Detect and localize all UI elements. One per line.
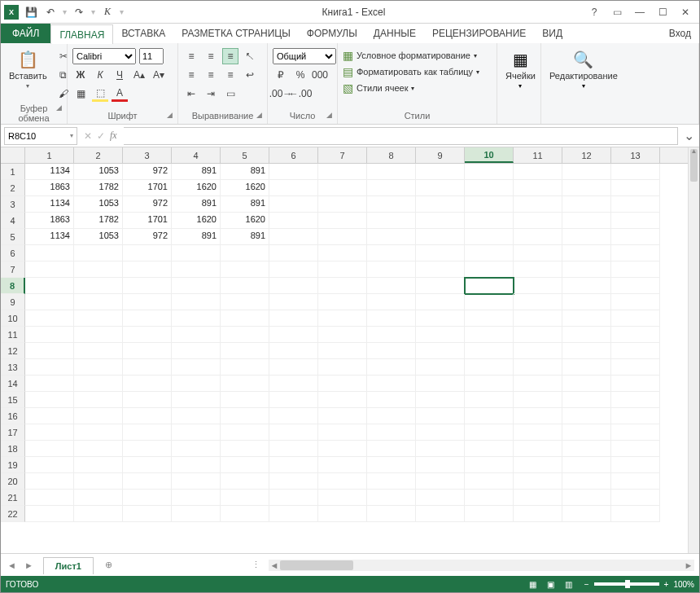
cell[interactable] <box>318 424 367 441</box>
cell[interactable] <box>172 424 221 441</box>
cell[interactable]: 1053 <box>74 196 123 213</box>
cell[interactable] <box>562 327 611 343</box>
cell[interactable] <box>367 473 416 490</box>
cell[interactable] <box>25 327 74 343</box>
cell[interactable] <box>172 490 221 506</box>
sign-in-link[interactable]: Вход <box>661 24 699 43</box>
cell[interactable] <box>562 457 611 473</box>
cell[interactable] <box>611 392 660 408</box>
cell[interactable] <box>367 457 416 473</box>
cell[interactable] <box>221 376 269 392</box>
font-size-input[interactable] <box>139 48 164 64</box>
cells-button[interactable]: ▦Ячейки▾ <box>502 48 539 91</box>
cell[interactable] <box>25 408 74 424</box>
cell[interactable] <box>74 392 123 408</box>
cell[interactable] <box>269 261 318 278</box>
redo-icon[interactable]: ↷ <box>72 5 86 20</box>
cell[interactable] <box>611 359 660 376</box>
cell[interactable] <box>221 245 269 261</box>
cell[interactable]: 891 <box>172 196 221 213</box>
column-header[interactable]: 8 <box>367 147 416 163</box>
zoom-slider[interactable] <box>594 582 659 586</box>
cell[interactable] <box>318 441 367 457</box>
cell[interactable] <box>416 408 465 424</box>
cell[interactable] <box>123 376 172 392</box>
cell[interactable] <box>318 245 367 261</box>
cell[interactable] <box>416 424 465 441</box>
cell[interactable] <box>416 359 465 376</box>
zoom-out-icon[interactable]: − <box>584 580 589 589</box>
cell[interactable] <box>123 359 172 376</box>
cell[interactable] <box>74 376 123 392</box>
sheet-prev-icon[interactable]: ◄ <box>4 559 20 572</box>
cell[interactable] <box>514 213 562 229</box>
cell[interactable] <box>318 164 367 180</box>
hscroll-thumb[interactable] <box>280 560 353 570</box>
column-header[interactable]: 10 <box>465 147 514 163</box>
column-header[interactable]: 2 <box>74 147 123 163</box>
font-name-select[interactable]: Calibri <box>72 48 136 64</box>
cell[interactable] <box>172 343 221 359</box>
cell[interactable] <box>25 294 74 310</box>
hscroll-left-icon[interactable]: ◄ <box>269 560 280 570</box>
cell[interactable] <box>465 457 514 473</box>
cell[interactable]: 1782 <box>74 180 123 196</box>
increase-decimal-icon[interactable]: .00→ <box>273 86 289 102</box>
number-format-select[interactable]: Общий <box>273 48 336 64</box>
cell[interactable] <box>367 196 416 213</box>
cell[interactable] <box>514 457 562 473</box>
cell[interactable] <box>611 441 660 457</box>
column-header[interactable]: 9 <box>416 147 465 163</box>
cell[interactable] <box>269 310 318 327</box>
ribbon-display-icon[interactable]: ▭ <box>606 4 628 20</box>
launcher-number[interactable]: ◢ <box>326 111 332 119</box>
cell[interactable] <box>514 392 562 408</box>
cell[interactable] <box>367 213 416 229</box>
cell[interactable] <box>123 457 172 473</box>
cell[interactable] <box>514 343 562 359</box>
cell[interactable] <box>74 343 123 359</box>
cell[interactable] <box>74 294 123 310</box>
tab-home[interactable]: ГЛАВНАЯ <box>50 24 113 44</box>
cell[interactable] <box>367 359 416 376</box>
cell[interactable] <box>465 278 514 294</box>
cell[interactable] <box>318 343 367 359</box>
cell[interactable] <box>514 294 562 310</box>
bold-button[interactable]: Ж <box>72 67 89 83</box>
cell[interactable]: 972 <box>123 229 172 245</box>
cell[interactable] <box>221 294 269 310</box>
cell[interactable]: 1863 <box>25 180 74 196</box>
cell[interactable] <box>465 506 514 522</box>
row-header[interactable]: 17 <box>1 424 25 441</box>
cell[interactable] <box>318 408 367 424</box>
cell[interactable] <box>465 441 514 457</box>
cell[interactable] <box>465 408 514 424</box>
comma-icon[interactable]: 000 <box>312 67 328 83</box>
cell[interactable] <box>465 245 514 261</box>
cell[interactable] <box>25 261 74 278</box>
enter-formula-icon[interactable]: ✓ <box>97 130 105 142</box>
save-icon[interactable]: 💾 <box>24 5 38 20</box>
format-as-table-button[interactable]: ▤Форматировать как таблицу ▾ <box>343 64 492 79</box>
cell[interactable] <box>416 294 465 310</box>
horizontal-scrollbar[interactable]: ◄ ► <box>269 560 694 571</box>
cell[interactable] <box>416 473 465 490</box>
cell[interactable] <box>514 229 562 245</box>
cell[interactable] <box>318 196 367 213</box>
cell[interactable] <box>172 261 221 278</box>
cell[interactable]: 1863 <box>25 213 74 229</box>
cell[interactable] <box>465 213 514 229</box>
cell[interactable]: 891 <box>172 229 221 245</box>
cell[interactable] <box>25 278 74 294</box>
cell[interactable] <box>562 213 611 229</box>
cell[interactable] <box>611 376 660 392</box>
cell[interactable]: 1134 <box>25 229 74 245</box>
cell[interactable] <box>465 424 514 441</box>
expand-formula-bar-icon[interactable]: ⌄ <box>681 128 696 143</box>
cell[interactable] <box>269 294 318 310</box>
close-icon[interactable]: ✕ <box>675 4 696 20</box>
cell[interactable] <box>123 261 172 278</box>
column-header[interactable]: 13 <box>611 147 660 163</box>
wrap-text-icon[interactable]: ↩ <box>242 67 258 83</box>
cell[interactable] <box>465 294 514 310</box>
